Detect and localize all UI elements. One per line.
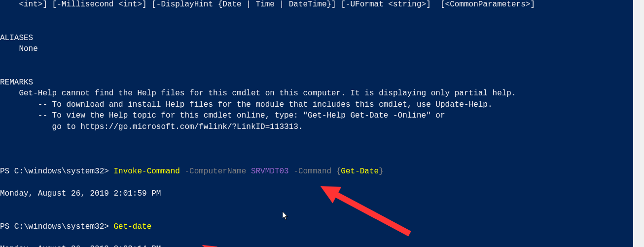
scrollbar[interactable] — [633, 0, 644, 247]
aliases-value: None — [0, 44, 38, 53]
brace-open: { — [331, 167, 341, 176]
cmdlet-invoke-command: Invoke-Command — [113, 167, 179, 176]
prompt: PS C:\windows\system32> — [0, 167, 113, 176]
arg-computer: SRVMDT03 — [246, 167, 288, 176]
param-command: -Command — [289, 167, 331, 176]
syntax-line: <int>] [-Millisecond <int>] [-DisplayHin… — [0, 0, 535, 9]
prompt: PS C:\windows\system32> — [0, 222, 113, 231]
cmdlet-get-date: Get-date — [113, 222, 151, 231]
aliases-header: ALIASES — [0, 34, 33, 42]
cmdlet-get-date: Get-Date — [341, 167, 379, 176]
brace-close: } — [379, 167, 384, 176]
param-computername: -ComputerName — [180, 167, 246, 176]
remarks-line: -- To view the Help topic for this cmdle… — [0, 111, 445, 120]
output-date: Monday, August 26, 2019 2:02:14 PM — [0, 245, 161, 247]
remarks-line: Get-Help cannot find the Help files for … — [0, 89, 516, 98]
output-date: Monday, August 26, 2019 2:01:59 PM — [0, 189, 161, 198]
remarks-header: REMARKS — [0, 78, 33, 87]
powershell-terminal[interactable]: <int>] [-Millisecond <int>] [-DisplayHin… — [0, 0, 633, 247]
terminal-output: <int>] [-Millisecond <int>] [-DisplayHin… — [0, 0, 633, 247]
remarks-line: go to https://go.microsoft.com/fwlink/?L… — [0, 123, 303, 131]
remarks-line: -- To download and install Help files fo… — [0, 100, 493, 109]
